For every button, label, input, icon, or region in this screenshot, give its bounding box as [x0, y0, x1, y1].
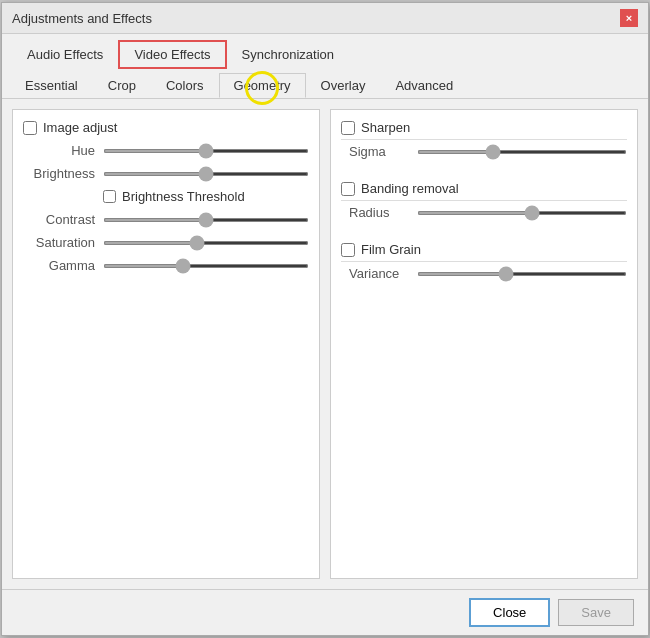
- sigma-row: Sigma: [341, 144, 627, 159]
- close-icon[interactable]: ×: [620, 9, 638, 27]
- saturation-label: Saturation: [23, 235, 95, 250]
- sharpen-section: Sharpen Sigma: [341, 120, 627, 159]
- right-panel: Sharpen Sigma Banding removal Radius: [330, 109, 638, 579]
- dialog-title: Adjustments and Effects: [12, 11, 152, 26]
- tab-video-effects[interactable]: Video Effects: [118, 40, 226, 69]
- content-area: Image adjust Hue Brightness Brightness T…: [2, 99, 648, 589]
- contrast-label: Contrast: [23, 212, 95, 227]
- radius-label: Radius: [349, 205, 409, 220]
- gamma-row: Gamma: [23, 258, 309, 273]
- film-grain-row: Film Grain: [341, 242, 627, 257]
- title-bar: Adjustments and Effects ×: [2, 3, 648, 34]
- hue-row: Hue: [23, 143, 309, 158]
- footer: Close Save: [2, 589, 648, 635]
- saturation-slider[interactable]: [103, 241, 309, 245]
- variance-label: Variance: [349, 266, 409, 281]
- left-panel: Image adjust Hue Brightness Brightness T…: [12, 109, 320, 579]
- image-adjust-label: Image adjust: [43, 120, 117, 135]
- banding-removal-label: Banding removal: [361, 181, 459, 196]
- image-adjust-row: Image adjust: [23, 120, 309, 135]
- sigma-label: Sigma: [349, 144, 409, 159]
- tab-crop[interactable]: Crop: [93, 73, 151, 98]
- adjustments-dialog: Adjustments and Effects × Audio Effects …: [1, 2, 649, 636]
- brightness-slider[interactable]: [103, 172, 309, 176]
- banding-section: Banding removal Radius: [341, 181, 627, 220]
- film-grain-label: Film Grain: [361, 242, 421, 257]
- brightness-threshold-label: Brightness Threshold: [122, 189, 245, 204]
- tab-audio-effects[interactable]: Audio Effects: [12, 41, 118, 68]
- sharpen-checkbox[interactable]: [341, 121, 355, 135]
- film-grain-section: Film Grain Variance: [341, 242, 627, 281]
- film-grain-checkbox[interactable]: [341, 243, 355, 257]
- brightness-label: Brightness: [23, 166, 95, 181]
- gamma-slider[interactable]: [103, 264, 309, 268]
- variance-slider[interactable]: [417, 272, 627, 276]
- brightness-threshold-checkbox[interactable]: [103, 190, 116, 203]
- banding-removal-row: Banding removal: [341, 181, 627, 196]
- tab-geometry[interactable]: Geometry: [219, 73, 306, 98]
- divider-banding: [341, 200, 627, 201]
- divider-sharpen: [341, 139, 627, 140]
- brightness-threshold-row: Brightness Threshold: [23, 189, 309, 204]
- hue-slider[interactable]: [103, 149, 309, 153]
- saturation-row: Saturation: [23, 235, 309, 250]
- tab-colors[interactable]: Colors: [151, 73, 219, 98]
- brightness-row: Brightness: [23, 166, 309, 181]
- sharpen-label: Sharpen: [361, 120, 410, 135]
- radius-row: Radius: [341, 205, 627, 220]
- gamma-label: Gamma: [23, 258, 95, 273]
- radius-slider[interactable]: [417, 211, 627, 215]
- divider-film: [341, 261, 627, 262]
- variance-row: Variance: [341, 266, 627, 281]
- sub-tab-bar: Essential Crop Colors Geometry Overlay A…: [2, 69, 648, 99]
- sigma-slider[interactable]: [417, 150, 627, 154]
- tab-overlay[interactable]: Overlay: [306, 73, 381, 98]
- contrast-row: Contrast: [23, 212, 309, 227]
- main-tab-bar: Audio Effects Video Effects Synchronizat…: [2, 34, 648, 69]
- tab-essential[interactable]: Essential: [10, 73, 93, 98]
- banding-removal-checkbox[interactable]: [341, 182, 355, 196]
- image-adjust-checkbox[interactable]: [23, 121, 37, 135]
- sharpen-row: Sharpen: [341, 120, 627, 135]
- close-button[interactable]: Close: [469, 598, 550, 627]
- save-button: Save: [558, 599, 634, 626]
- hue-label: Hue: [23, 143, 95, 158]
- contrast-slider[interactable]: [103, 218, 309, 222]
- tab-synchronization[interactable]: Synchronization: [227, 41, 350, 68]
- tab-advanced[interactable]: Advanced: [380, 73, 468, 98]
